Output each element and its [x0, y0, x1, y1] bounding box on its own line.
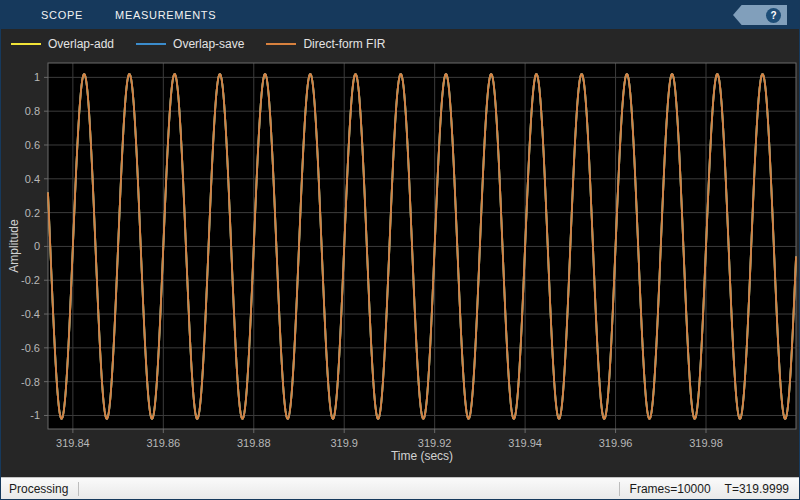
svg-text:-0.8: -0.8 — [21, 376, 40, 388]
legend-item-overlap-save[interactable]: Overlap-save — [136, 37, 244, 51]
svg-text:319.92: 319.92 — [418, 437, 452, 449]
status-processing: Processing — [1, 482, 68, 496]
svg-text:0: 0 — [34, 240, 40, 252]
time-scope-window: SCOPE MEASUREMENTS ? Overlap-add Overlap… — [0, 0, 800, 500]
status-divider — [78, 482, 79, 496]
status-divider — [619, 482, 620, 496]
plot-area[interactable]: 319.84319.86319.88319.9319.92319.94319.9… — [1, 57, 800, 473]
svg-text:0.2: 0.2 — [25, 207, 40, 219]
status-time: T=319.9999 — [725, 482, 789, 496]
svg-text:-1: -1 — [30, 409, 40, 421]
svg-text:319.98: 319.98 — [689, 437, 723, 449]
legend: Overlap-add Overlap-save Direct-form FIR — [11, 37, 385, 51]
toolstrip: SCOPE MEASUREMENTS ? — [1, 1, 799, 29]
legend-line-blue — [136, 43, 166, 45]
legend-label: Direct-form FIR — [303, 37, 385, 51]
tab-scope[interactable]: SCOPE — [25, 2, 99, 29]
status-bar: Processing Frames=10000 T=319.9999 — [1, 477, 799, 499]
svg-text:319.9: 319.9 — [330, 437, 358, 449]
status-frames: Frames=10000 — [630, 482, 711, 496]
svg-text:-0.2: -0.2 — [21, 274, 40, 286]
legend-item-direct-form-fir[interactable]: Direct-form FIR — [266, 37, 385, 51]
y-axis-label: Amplitude — [7, 219, 21, 272]
svg-text:319.86: 319.86 — [146, 437, 180, 449]
help-ribbon: ? — [733, 5, 787, 25]
legend-line-orange — [266, 43, 296, 45]
svg-text:0.4: 0.4 — [25, 173, 40, 185]
legend-line-yellow — [11, 43, 41, 45]
svg-text:319.84: 319.84 — [56, 437, 90, 449]
svg-text:1: 1 — [34, 71, 40, 83]
svg-text:0.6: 0.6 — [25, 139, 40, 151]
legend-item-overlap-add[interactable]: Overlap-add — [11, 37, 114, 51]
svg-text:-0.4: -0.4 — [21, 308, 40, 320]
tab-measurements[interactable]: MEASUREMENTS — [99, 2, 232, 29]
x-axis-label: Time (secs) — [48, 449, 796, 463]
svg-text:0.8: 0.8 — [25, 105, 40, 117]
svg-text:319.96: 319.96 — [599, 437, 633, 449]
svg-text:319.94: 319.94 — [508, 437, 542, 449]
legend-label: Overlap-save — [173, 37, 244, 51]
legend-label: Overlap-add — [48, 37, 114, 51]
help-button[interactable]: ? — [766, 8, 781, 23]
svg-text:319.88: 319.88 — [237, 437, 271, 449]
svg-text:-0.6: -0.6 — [21, 342, 40, 354]
